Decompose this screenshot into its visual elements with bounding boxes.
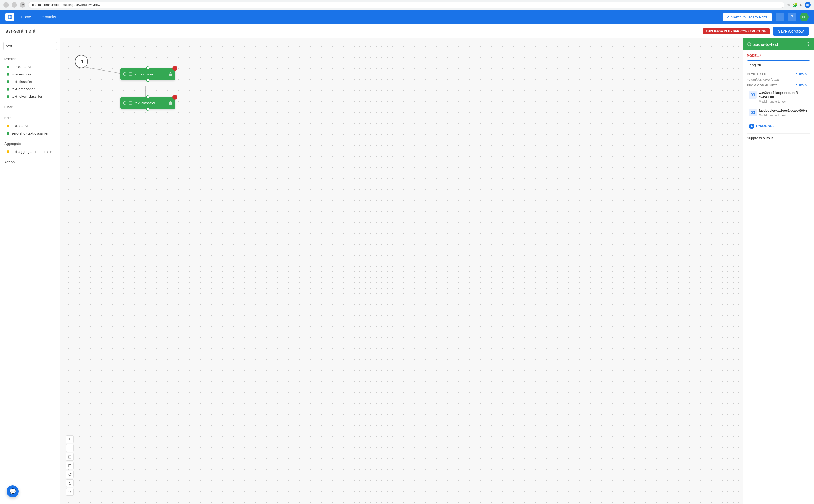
green-dot-icon xyxy=(7,132,9,135)
zoom-controls: + − ⊡ ⊞ ↺ ↻ ↺ xyxy=(66,435,74,496)
in-this-app-label: IN THIS APP xyxy=(747,73,766,76)
text-classifier-node[interactable]: text-classifier 🗑 ! xyxy=(120,97,175,109)
view-all-link-2[interactable]: VIEW ALL xyxy=(796,84,810,87)
redo-button[interactable]: ↻ xyxy=(66,479,74,487)
sidebar-section-action: Action xyxy=(0,157,60,168)
model-search-input[interactable] xyxy=(747,60,810,69)
panel-title: audio-to-text xyxy=(753,42,778,47)
edit-section-title: Edit xyxy=(4,116,56,120)
main-layout: Predict audio-to-text image-to-text text… xyxy=(0,38,814,504)
view-all-link-1[interactable]: VIEW ALL xyxy=(796,73,810,76)
suppress-output-checkbox[interactable] xyxy=(806,136,810,140)
under-construction-badge: THIS PAGE IS UNDER CONSTRUCTION xyxy=(703,28,770,34)
model-type-1: Model | audio-to-text xyxy=(759,100,808,103)
from-community-section: FROM COMMUNITY VIEW ALL wav2vec2-large-r… xyxy=(747,84,810,119)
model-item-1[interactable]: wav2vec2-large-robust-ft-swbd-300 Model … xyxy=(747,89,810,105)
svg-line-6 xyxy=(85,67,121,74)
model-icon-2 xyxy=(749,109,757,116)
svg-point-4 xyxy=(9,18,10,19)
svg-point-1 xyxy=(9,16,11,18)
search-input[interactable] xyxy=(3,42,57,50)
model-info-1: wav2vec2-large-robust-ft-swbd-300 Model … xyxy=(759,91,808,103)
model-label: MODEL:* xyxy=(747,54,810,58)
audio-to-text-node[interactable]: audio-to-text 🗑 ! xyxy=(120,68,175,80)
from-community-label: FROM COMMUNITY xyxy=(747,84,777,87)
svg-rect-11 xyxy=(751,111,753,114)
svg-point-2 xyxy=(9,15,10,16)
panel-header: audio-to-text ? xyxy=(743,38,814,50)
sidebar-item-audio-to-text[interactable]: audio-to-text xyxy=(4,63,56,71)
aggregate-section-title: Aggregate xyxy=(4,142,56,146)
chat-bubble-button[interactable]: 💬 xyxy=(7,485,19,497)
node-bottom-connector xyxy=(146,79,149,82)
model-icon-1 xyxy=(749,91,757,99)
main-nav: Home Community xyxy=(21,15,56,19)
nav-back-button[interactable]: ← xyxy=(3,2,9,8)
nav-forward-button[interactable]: → xyxy=(12,2,17,8)
user-avatar[interactable]: IK xyxy=(800,13,809,21)
browser-bar: ← → ↻ clarifai.com/ian/ocr_multilingual/… xyxy=(0,0,814,10)
lock-button[interactable]: ⊞ xyxy=(66,462,74,469)
model-type-2: Model | audio-to-text xyxy=(759,114,808,117)
green-dot-icon xyxy=(7,95,9,98)
node-error-badge: ! xyxy=(172,66,177,71)
model-item-2[interactable]: facebook/wav2vec2-base-960h Model | audi… xyxy=(747,107,810,119)
url-bar[interactable]: clarifai.com/ian/ocr_multilingual/workfl… xyxy=(28,2,784,8)
add-button[interactable]: + xyxy=(776,13,784,21)
sidebar-item-text-to-text[interactable]: text-to-text xyxy=(4,122,56,130)
sidebar-item-zero-shot[interactable]: zero-shot-text-classifier xyxy=(4,130,56,137)
create-new-button[interactable]: + Create new xyxy=(747,121,810,131)
node-top-connector xyxy=(146,66,149,70)
green-dot-icon xyxy=(7,88,9,91)
nav-home[interactable]: Home xyxy=(21,15,31,19)
model-name-2: facebook/wav2vec2-base-960h xyxy=(759,109,808,113)
sidebar-item-text-token-classifier[interactable]: text-token-classifier xyxy=(4,93,56,100)
in-this-app-section: IN THIS APP VIEW ALL no entities were fo… xyxy=(747,73,810,82)
panel-content: MODEL:* IN THIS APP VIEW ALL no entities… xyxy=(743,50,814,504)
zoom-out-button[interactable]: − xyxy=(66,444,74,452)
text-classifier-label: text-classifier xyxy=(135,101,155,105)
sidebar-item-text-embedder[interactable]: text-embedder xyxy=(4,85,56,93)
svg-rect-9 xyxy=(753,94,755,96)
suppress-output-section: Suppress output xyxy=(747,133,810,142)
sidebar-item-text-classifier[interactable]: text-classifier xyxy=(4,78,56,85)
create-new-label: Create new xyxy=(756,124,774,128)
sidebar-item-image-to-text[interactable]: image-to-text xyxy=(4,71,56,78)
window-icon: ⧉ xyxy=(800,2,802,7)
node-delete-button[interactable]: 🗑 xyxy=(169,101,172,105)
save-workflow-button[interactable]: Save Workflow xyxy=(773,27,809,36)
predict-section-title: Predict xyxy=(4,57,56,61)
workflow-title: asr-sentiment xyxy=(5,28,35,34)
toolbar: asr-sentiment THIS PAGE IS UNDER CONSTRU… xyxy=(0,24,814,38)
app-logo[interactable] xyxy=(5,13,14,21)
canvas-area[interactable]: IN audio-to-text 🗑 ! text-classifier 🗑 ! xyxy=(60,38,743,504)
model-info-2: facebook/wav2vec2-base-960h Model | audi… xyxy=(759,109,808,117)
content-area: asr-sentiment THIS PAGE IS UNDER CONSTRU… xyxy=(0,24,814,504)
link-icon: ↗ xyxy=(726,15,729,19)
yellow-dot-icon xyxy=(7,150,9,153)
undo-button[interactable]: ↺ xyxy=(66,471,74,478)
nav-community[interactable]: Community xyxy=(37,15,56,19)
sidebar-section-filter: Filter xyxy=(0,102,60,113)
fit-button[interactable]: ⊡ xyxy=(66,453,74,461)
node-spinner xyxy=(128,72,132,76)
panel-header-dot xyxy=(747,42,751,46)
node-delete-button[interactable]: 🗑 xyxy=(169,72,172,76)
reset-button[interactable]: ↺ xyxy=(66,488,74,496)
help-icon[interactable]: ? xyxy=(807,42,810,47)
green-dot-icon xyxy=(7,80,9,83)
zoom-in-button[interactable]: + xyxy=(66,435,74,443)
nav-refresh-button[interactable]: ↻ xyxy=(20,2,25,8)
node-error-badge: ! xyxy=(172,95,177,100)
profile-avatar[interactable]: IK xyxy=(805,2,811,8)
create-new-icon: + xyxy=(749,124,754,129)
help-button[interactable]: ? xyxy=(788,13,796,21)
left-sidebar: Predict audio-to-text image-to-text text… xyxy=(0,38,60,504)
in-node[interactable]: IN xyxy=(75,55,88,68)
green-dot-icon xyxy=(7,66,9,68)
suppress-output-label: Suppress output xyxy=(747,136,773,140)
chat-icon: 💬 xyxy=(9,488,16,495)
sidebar-section-edit: Edit text-to-text zero-shot-text-classif… xyxy=(0,113,60,139)
sidebar-item-text-aggregation[interactable]: text-aggregation-operator xyxy=(4,148,56,155)
legacy-portal-button[interactable]: ↗ Switch to Legacy Portal xyxy=(723,13,772,21)
